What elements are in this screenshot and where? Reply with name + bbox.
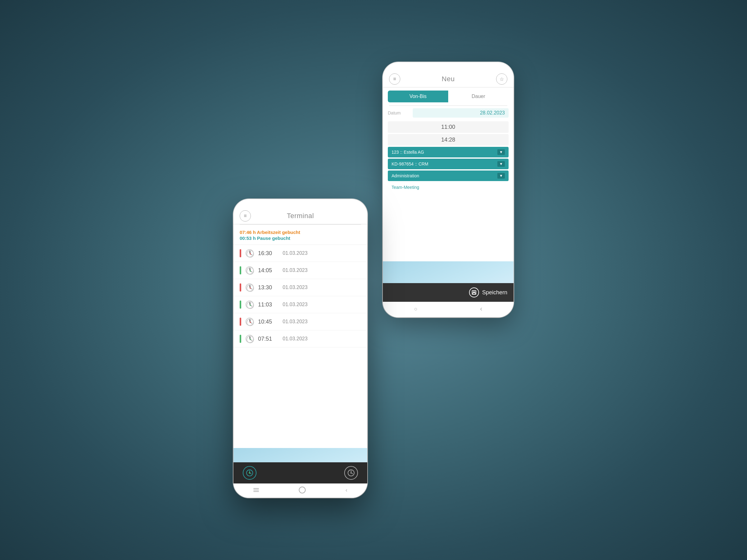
clock-icon bbox=[246, 284, 254, 292]
entry-time: 07:51 bbox=[258, 336, 278, 342]
top-bar-back: ≡ Neu ☆ bbox=[383, 71, 514, 87]
datum-value[interactable]: 28.02.2023 bbox=[413, 108, 509, 117]
svg-point-22 bbox=[250, 322, 251, 323]
svg-point-30 bbox=[249, 472, 251, 474]
list-item: 07:51 01.03.2023 bbox=[233, 330, 367, 348]
tab-bar: Von-Bis Dauer bbox=[388, 90, 509, 102]
clock-icon bbox=[246, 335, 254, 343]
dropdown-project[interactable]: KD-987654 :: CRM ▼ bbox=[388, 159, 509, 169]
svg-point-18 bbox=[250, 304, 251, 306]
datum-label: Datum bbox=[388, 110, 413, 115]
list-item: 13:30 01.03.2023 bbox=[233, 279, 367, 296]
entry-bar-red bbox=[240, 318, 241, 326]
nav-back-front[interactable]: ‹ bbox=[345, 487, 347, 494]
clock-in-button[interactable] bbox=[243, 466, 256, 480]
pause-stat: 00:53 h Pause gebucht bbox=[240, 236, 361, 241]
phone-front: ≡ Terminal 07:46 h Arbeitszeit gebucht 0… bbox=[233, 199, 367, 498]
menu-icon-back[interactable]: ≡ bbox=[389, 74, 400, 85]
clock-icon bbox=[246, 300, 254, 309]
nav-bar-front: ‹ bbox=[233, 483, 367, 498]
svg-point-10 bbox=[250, 270, 251, 272]
dropdown-arrow-2: ▼ bbox=[497, 161, 505, 167]
entry-time: 13:30 bbox=[258, 284, 278, 291]
entry-time: 14:05 bbox=[258, 267, 278, 274]
form-section: Datum 28.02.2023 11:00 14:28 123 :: Este… bbox=[383, 106, 514, 283]
status-bar-back bbox=[383, 62, 514, 71]
dropdown-customer[interactable]: 123 :: Estella AG ▼ bbox=[388, 147, 509, 157]
time-end-input[interactable]: 14:28 bbox=[388, 134, 509, 145]
note-input[interactable]: Team-Meeting bbox=[388, 182, 509, 192]
tab-von-bis[interactable]: Von-Bis bbox=[388, 90, 448, 102]
dropdown-category[interactable]: Administration ▼ bbox=[388, 170, 509, 181]
nav-home-front[interactable] bbox=[299, 486, 306, 494]
entry-bar-red bbox=[240, 284, 241, 292]
terminal-list: 16:30 01.03.2023 14:05 bbox=[233, 245, 367, 354]
page-title-front: Terminal bbox=[287, 212, 314, 220]
svg-rect-1 bbox=[473, 291, 475, 292]
entry-date: 01.03.2023 bbox=[283, 285, 308, 290]
star-icon-back[interactable]: ☆ bbox=[496, 74, 507, 85]
entry-time: 10:45 bbox=[258, 319, 278, 325]
svg-point-34 bbox=[351, 472, 352, 474]
clock-icon bbox=[246, 318, 254, 326]
save-label[interactable]: Speichern bbox=[482, 289, 507, 296]
entry-date: 01.03.2023 bbox=[283, 250, 308, 256]
entry-date: 01.03.2023 bbox=[283, 302, 308, 308]
menu-icon-front[interactable]: ≡ bbox=[240, 210, 251, 221]
list-item: 10:45 01.03.2023 bbox=[233, 313, 367, 330]
nav-bar-back: ○ ‹ bbox=[383, 302, 514, 317]
nav-back-back[interactable]: ‹ bbox=[480, 305, 482, 313]
entry-bar-green bbox=[240, 335, 241, 343]
entry-bar-green bbox=[240, 266, 241, 274]
entry-bar-green bbox=[240, 300, 241, 309]
clock-out-button[interactable] bbox=[344, 466, 358, 480]
status-bar-front bbox=[233, 199, 367, 208]
action-bar bbox=[233, 462, 367, 483]
svg-rect-2 bbox=[472, 293, 475, 294]
entry-date: 01.03.2023 bbox=[283, 336, 308, 342]
dropdown-arrow-3: ▼ bbox=[497, 173, 505, 179]
entry-bar-red bbox=[240, 249, 241, 257]
datum-row: Datum 28.02.2023 bbox=[388, 106, 509, 120]
entry-date: 01.03.2023 bbox=[283, 268, 308, 273]
tab-dauer[interactable]: Dauer bbox=[448, 90, 509, 102]
time-start-input[interactable]: 11:00 bbox=[388, 121, 509, 133]
page-title-back: Neu bbox=[442, 75, 455, 83]
svg-point-26 bbox=[250, 339, 251, 340]
dropdown-arrow-1: ▼ bbox=[497, 149, 505, 155]
entry-time: 16:30 bbox=[258, 250, 278, 257]
save-icon bbox=[469, 288, 479, 297]
top-bar-front: ≡ Terminal bbox=[233, 208, 367, 224]
clock-icon bbox=[246, 266, 254, 274]
list-item: 14:05 01.03.2023 bbox=[233, 262, 367, 279]
phone-back: ≡ Neu ☆ Von-Bis Dauer Datum 28.02.2023 1 bbox=[383, 62, 514, 317]
arbeitszeit-stat: 07:46 h Arbeitszeit gebucht bbox=[240, 230, 361, 235]
entry-date: 01.03.2023 bbox=[283, 319, 308, 324]
entry-time: 11:03 bbox=[258, 301, 278, 308]
list-item: 16:30 01.03.2023 bbox=[233, 245, 367, 262]
nav-menu-icon[interactable] bbox=[253, 488, 259, 492]
terminal-stats: 07:46 h Arbeitszeit gebucht 00:53 h Paus… bbox=[233, 224, 367, 245]
list-item: 11:03 01.03.2023 bbox=[233, 296, 367, 313]
save-bar: Speichern bbox=[383, 283, 514, 302]
svg-point-6 bbox=[250, 253, 251, 255]
nav-home-back[interactable]: ○ bbox=[414, 306, 417, 312]
svg-point-14 bbox=[250, 288, 251, 289]
clock-icon bbox=[246, 249, 254, 257]
